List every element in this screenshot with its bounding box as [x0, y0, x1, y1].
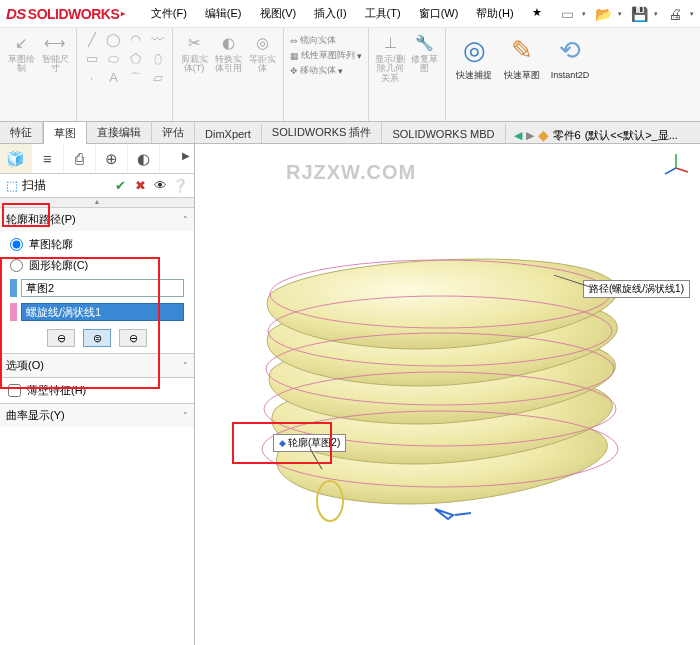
- repair-icon: 🔧: [413, 32, 435, 54]
- pm-collapse-handle[interactable]: [0, 197, 194, 207]
- snap-icon: ◎: [460, 32, 488, 70]
- menu-window[interactable]: 窗口(W): [411, 3, 467, 24]
- tab-feature[interactable]: 特征: [0, 121, 43, 143]
- section-profile-path[interactable]: 轮廓和路径(P)˄: [0, 208, 194, 231]
- smart-dimension-button[interactable]: ⟷ 智能尺寸: [40, 32, 70, 119]
- rect-icon[interactable]: ▭: [83, 51, 100, 68]
- panel-tab-strip: 🧊 ≡ ⎙ ⊕ ◐ ▶: [0, 144, 194, 174]
- tab-dimxpert[interactable]: DimXpert: [195, 124, 262, 143]
- appearance-tab[interactable]: ◐: [128, 144, 160, 173]
- dimension-icon: ⟷: [44, 32, 66, 54]
- callout-path: 路径(螺旋线/涡状线1): [583, 280, 690, 298]
- align-end-button[interactable]: ⊖: [119, 329, 147, 347]
- align-start-button[interactable]: ⊖: [47, 329, 75, 347]
- plane-icon[interactable]: ▱: [149, 70, 166, 87]
- instant2d-button[interactable]: ⟲Instant2D: [548, 32, 592, 119]
- breadcrumb: ◀▶ ◆ 零件6 (默认<<默认>_显...: [514, 127, 678, 143]
- path-chip-icon: [10, 303, 17, 321]
- mirror-button[interactable]: ⇔镜向实体: [290, 34, 362, 47]
- sweep-icon: ⬚: [6, 178, 18, 193]
- print-icon[interactable]: 🖨: [664, 3, 686, 25]
- part-state: (默认<<默认>_显...: [585, 128, 678, 143]
- text-icon[interactable]: A: [105, 70, 122, 87]
- path-field[interactable]: [21, 303, 184, 321]
- menu-insert[interactable]: 插入(I): [306, 3, 354, 24]
- ribbon: ↙ 草图绘制 ⟷ 智能尺寸 ╱◯◠〰 ▭⬭⬠⬯ ·A⌒▱ ✂剪裁实体(T) ◐转…: [0, 28, 700, 122]
- trim-button[interactable]: ✂剪裁实体(T): [179, 32, 209, 119]
- profile-chip-icon: [10, 279, 17, 297]
- rapid-icon: ✎: [508, 32, 536, 70]
- new-file-icon[interactable]: ▭: [556, 3, 578, 25]
- menu-pin-icon[interactable]: ★: [524, 3, 550, 24]
- panel-expand-icon[interactable]: ▶: [178, 144, 194, 173]
- alignment-buttons: ⊖ ⊜ ⊖: [10, 329, 184, 347]
- section-curvature[interactable]: 曲率显示(Y)˅: [0, 404, 194, 427]
- fillet-icon[interactable]: ⌒: [127, 70, 144, 87]
- thin-feature-check[interactable]: 薄壁特征(H): [0, 378, 194, 403]
- spline-icon[interactable]: 〰: [149, 32, 166, 49]
- tab-direct-edit[interactable]: 直接编辑: [87, 121, 152, 143]
- save-icon[interactable]: 💾: [628, 3, 650, 25]
- tab-sw-mbd[interactable]: SOLIDWORKS MBD: [382, 124, 505, 143]
- open-file-icon[interactable]: 📂: [592, 3, 614, 25]
- mirror-icon: ⇔: [290, 36, 298, 46]
- part-name[interactable]: 零件6: [553, 128, 581, 143]
- pm-title-bar: ⬚ 扫描 ✔ ✖ 👁 ❔: [0, 174, 194, 197]
- rapid-sketch-button[interactable]: ✎快速草图: [500, 32, 544, 119]
- pm-preview-icon[interactable]: 👁: [152, 178, 168, 194]
- offset-icon: ◎: [251, 32, 273, 54]
- line-icon[interactable]: ╱: [83, 32, 100, 49]
- menu-help[interactable]: 帮助(H): [468, 3, 521, 24]
- convert-icon: ◐: [217, 32, 239, 54]
- tab-evaluate[interactable]: 评估: [152, 121, 195, 143]
- dim-tab[interactable]: ⊕: [96, 144, 128, 173]
- feature-tree-tab[interactable]: 🧊: [0, 144, 32, 173]
- pm-ok-icon[interactable]: ✔: [112, 178, 128, 194]
- relations-button[interactable]: ⊥显示/删除几何关系: [375, 32, 405, 119]
- pm-cancel-icon[interactable]: ✖: [132, 178, 148, 194]
- point-icon[interactable]: ·: [83, 70, 100, 87]
- ellipse-icon[interactable]: ⬯: [149, 51, 166, 68]
- part-icon: ◆: [538, 127, 549, 143]
- relations-icon: ⊥: [379, 32, 401, 54]
- move-icon: ✥: [290, 66, 298, 76]
- menu-view[interactable]: 视图(V): [252, 3, 305, 24]
- menu-file[interactable]: 文件(F): [143, 3, 195, 24]
- app-logo: DS SOLIDWORKS ▸: [6, 5, 125, 22]
- menu-tools[interactable]: 工具(T): [357, 3, 409, 24]
- arc-icon[interactable]: ◠: [127, 32, 144, 49]
- radio-sketch-profile[interactable]: 草图轮廓: [10, 237, 184, 252]
- trim-icon: ✂: [183, 32, 205, 54]
- menu-edit[interactable]: 编辑(E): [197, 3, 250, 24]
- graphics-viewport[interactable]: 路径(螺旋线/涡状线1) ◆轮廓(草图2): [195, 144, 700, 645]
- radio-circular-profile[interactable]: 圆形轮廓(C): [10, 258, 184, 273]
- quick-snap-button[interactable]: ◎快速捕捉: [452, 32, 496, 119]
- config-tab[interactable]: ⎙: [64, 144, 96, 173]
- circle-icon[interactable]: ◯: [105, 32, 122, 49]
- callout-profile-icon: ◆: [279, 438, 286, 448]
- align-mid-button[interactable]: ⊜: [83, 329, 111, 347]
- instant2d-icon: ⟲: [556, 32, 584, 70]
- tab-sketch[interactable]: 草图: [43, 121, 87, 144]
- property-manager-panel: 🧊 ≡ ⎙ ⊕ ◐ ▶ ⬚ 扫描 ✔ ✖ 👁 ❔ 轮廓和路径(P)˄ 草图轮廓 …: [0, 144, 195, 645]
- main-menu: 文件(F) 编辑(E) 视图(V) 插入(I) 工具(T) 窗口(W) 帮助(H…: [143, 3, 550, 24]
- pm-help-icon[interactable]: ❔: [172, 178, 188, 194]
- profile-field[interactable]: [21, 279, 184, 297]
- pattern-icon: ▦: [290, 51, 299, 61]
- offset-button[interactable]: ◎等距实体: [247, 32, 277, 119]
- move-button[interactable]: ✥移动实体▾: [290, 64, 362, 77]
- tab-sw-plugin[interactable]: SOLIDWORKS 插件: [262, 121, 383, 143]
- exit-sketch-button[interactable]: ↙ 草图绘制: [6, 32, 36, 119]
- convert-button[interactable]: ◐转换实体引用: [213, 32, 243, 119]
- sketch-icon: ↙: [10, 32, 32, 54]
- pattern-button[interactable]: ▦线性草图阵列▾: [290, 49, 362, 62]
- property-tab[interactable]: ≡: [32, 144, 64, 173]
- section-options[interactable]: 选项(O)˅: [0, 354, 194, 377]
- slot-icon[interactable]: ⬭: [105, 51, 122, 68]
- polygon-icon[interactable]: ⬠: [127, 51, 144, 68]
- sketch-tools-grid: ╱◯◠〰 ▭⬭⬠⬯ ·A⌒▱: [83, 32, 166, 119]
- pm-title: 扫描: [22, 177, 46, 194]
- quick-access-toolbar: ▭▾ 📂▾ 💾▾ 🖨▾: [556, 3, 694, 25]
- command-manager-tabs: 特征 草图 直接编辑 评估 DimXpert SOLIDWORKS 插件 SOL…: [0, 122, 700, 144]
- repair-button[interactable]: 🔧修复草图: [409, 32, 439, 119]
